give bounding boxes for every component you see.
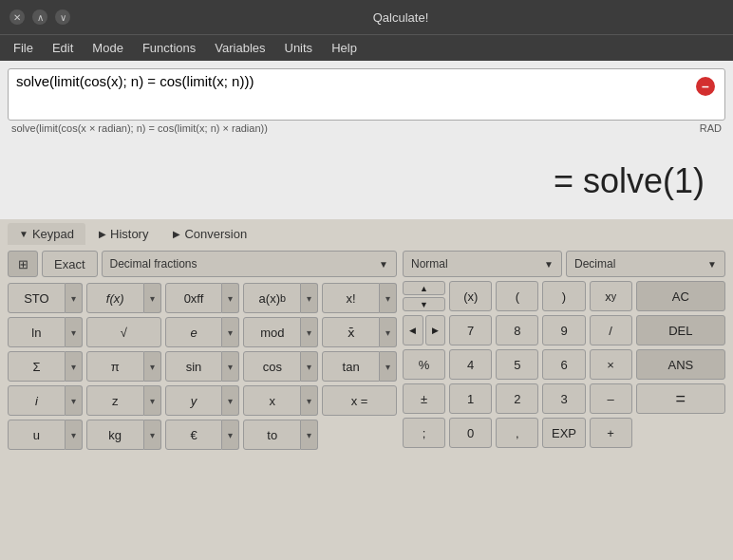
minimize-button[interactable]: ∧ <box>32 9 47 25</box>
key-3[interactable]: 3 <box>542 383 585 414</box>
mod-dropdown[interactable]: ▾ <box>301 317 318 347</box>
menu-units[interactable]: Units <box>275 39 323 57</box>
format-dropdown[interactable]: Decimal fractions ▼ <box>102 251 397 277</box>
factorial-group: x! ▾ <box>322 283 397 313</box>
tab-history[interactable]: ▶ History <box>87 223 160 245</box>
key-2[interactable]: 2 <box>496 383 538 414</box>
y-dropdown[interactable]: ▾ <box>222 385 239 416</box>
key-9[interactable]: 9 <box>542 315 585 345</box>
u-key[interactable]: u <box>8 420 66 450</box>
factorial-key[interactable]: x! <box>322 283 380 313</box>
menu-variables[interactable]: Variables <box>205 39 274 57</box>
key-1[interactable]: 1 <box>449 383 492 414</box>
base-dropdown[interactable]: Decimal ▼ <box>566 251 725 277</box>
sigma-dropdown[interactable]: ▾ <box>66 351 83 382</box>
x-key[interactable]: x <box>243 385 301 416</box>
u-dropdown[interactable]: ▾ <box>66 420 83 450</box>
ln-dropdown[interactable]: ▾ <box>66 317 83 347</box>
tab-keypad[interactable]: ▼ Keypad <box>8 223 85 245</box>
xbar-key[interactable]: x̄ <box>322 317 380 347</box>
expression-input[interactable] <box>16 73 694 111</box>
equals-key[interactable]: = <box>636 383 725 414</box>
right-toolbar-row: Normal ▼ Decimal ▼ <box>403 251 725 277</box>
up-key[interactable]: ▲ <box>403 281 445 295</box>
cos-dropdown[interactable]: ▾ <box>301 351 318 382</box>
to-key[interactable]: to <box>243 420 301 450</box>
del-key[interactable]: DEL <box>636 315 725 345</box>
e-key[interactable]: e <box>165 317 223 347</box>
tan-dropdown[interactable]: ▾ <box>380 351 397 382</box>
grid-icon-button[interactable]: ⊞ <box>8 251 38 277</box>
z-key[interactable]: z <box>86 385 144 416</box>
close-paren-key[interactable]: ) <box>542 281 585 311</box>
factorial-dropdown[interactable]: ▾ <box>380 283 397 313</box>
hex-dropdown[interactable]: ▾ <box>222 283 239 313</box>
fx-key[interactable]: f(x) <box>86 283 144 313</box>
tan-key[interactable]: tan <box>322 351 380 382</box>
euro-dropdown[interactable]: ▾ <box>222 420 239 450</box>
x-dropdown[interactable]: ▾ <box>301 385 318 416</box>
comma-key[interactable]: , <box>496 418 538 448</box>
percent-key[interactable]: % <box>403 349 445 380</box>
power-key[interactable]: a(x)b <box>243 283 301 313</box>
close-button[interactable]: ✕ <box>9 9 25 25</box>
xeq-key[interactable]: x = <box>322 385 397 416</box>
fx-dropdown[interactable]: ▾ <box>144 283 161 313</box>
pi-dropdown[interactable]: ▾ <box>144 351 161 382</box>
sin-key[interactable]: sin <box>165 351 223 382</box>
multiply-key[interactable]: × <box>590 349 632 380</box>
mod-key[interactable]: mod <box>243 317 301 347</box>
plusminus-key[interactable]: ± <box>403 383 445 414</box>
hex-key[interactable]: 0xff <box>165 283 223 313</box>
cos-key[interactable]: cos <box>243 351 301 382</box>
sin-dropdown[interactable]: ▾ <box>222 351 239 382</box>
left-key[interactable]: ◀ <box>403 315 423 345</box>
menu-file[interactable]: File <box>4 39 43 57</box>
key-4[interactable]: 4 <box>449 349 492 380</box>
sto-dropdown[interactable]: ▾ <box>66 283 83 313</box>
key-8[interactable]: 8 <box>496 315 538 345</box>
kg-dropdown[interactable]: ▾ <box>144 420 161 450</box>
plus-key[interactable]: + <box>590 418 632 448</box>
exp-key[interactable]: EXP <box>542 418 585 448</box>
y-key[interactable]: y <box>165 385 223 416</box>
open-paren-key[interactable]: ( <box>496 281 538 311</box>
key-0[interactable]: 0 <box>449 418 492 448</box>
menu-help[interactable]: Help <box>322 39 366 57</box>
ac-key[interactable]: AC <box>636 281 725 311</box>
minus-key[interactable]: – <box>590 383 632 414</box>
exact-button[interactable]: Exact <box>42 251 98 277</box>
key-7[interactable]: 7 <box>449 315 492 345</box>
ans-key[interactable]: ANS <box>636 349 725 380</box>
right-key[interactable]: ▶ <box>425 315 446 345</box>
maximize-button[interactable]: ∨ <box>55 9 70 25</box>
power-dropdown[interactable]: ▾ <box>301 283 318 313</box>
sigma-key[interactable]: Σ <box>8 351 66 382</box>
semicolon-key[interactable]: ; <box>403 418 445 448</box>
pi-key[interactable]: π <box>86 351 144 382</box>
menu-edit[interactable]: Edit <box>43 39 83 57</box>
sqrt-key[interactable]: √ <box>86 317 161 347</box>
ln-key[interactable]: ln <box>8 317 66 347</box>
key-6[interactable]: 6 <box>542 349 585 380</box>
clear-button[interactable]: – <box>694 75 717 98</box>
to-dropdown[interactable]: ▾ <box>301 420 318 450</box>
menu-mode[interactable]: Mode <box>83 39 133 57</box>
power-key[interactable]: xy <box>590 281 632 311</box>
menu-functions[interactable]: Functions <box>133 39 205 57</box>
i-key[interactable]: i <box>8 385 66 416</box>
kg-key[interactable]: kg <box>86 420 144 450</box>
xbar-dropdown[interactable]: ▾ <box>380 317 397 347</box>
key-5[interactable]: 5 <box>496 349 538 380</box>
parens-x-key[interactable]: (x) <box>449 281 492 311</box>
mode-dropdown[interactable]: Normal ▼ <box>403 251 562 277</box>
sto-key[interactable]: STO <box>8 283 66 313</box>
divide-key[interactable]: / <box>590 315 632 345</box>
tab-conversion[interactable]: ▶ Conversion <box>161 223 258 245</box>
euro-key[interactable]: € <box>165 420 223 450</box>
e-dropdown[interactable]: ▾ <box>222 317 239 347</box>
z-dropdown[interactable]: ▾ <box>144 385 161 416</box>
history-tab-arrow: ▶ <box>99 229 106 239</box>
down-key[interactable]: ▼ <box>403 297 445 311</box>
i-dropdown[interactable]: ▾ <box>66 385 83 416</box>
